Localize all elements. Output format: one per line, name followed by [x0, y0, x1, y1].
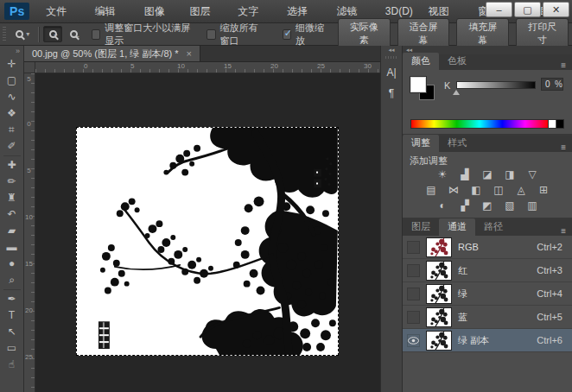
tool-eraser[interactable]: ▰	[2, 223, 22, 239]
color-balance-icon[interactable]: ⋈	[445, 183, 462, 197]
zoom-all-windows-checkbox-group[interactable]: 缩放所有窗口	[207, 22, 266, 47]
hue-saturation-icon[interactable]: ▤	[423, 183, 440, 197]
zoom-all-windows-checkbox[interactable]	[207, 29, 215, 40]
panel-menu-icon[interactable]: ≡	[555, 60, 572, 70]
threshold-icon[interactable]: ◩	[479, 199, 496, 212]
tool-crop[interactable]: ⌗	[2, 122, 22, 138]
vertical-ruler[interactable]: 5 0 5 10 15 20 25	[24, 73, 35, 392]
menu-file[interactable]: 文件(F)	[38, 0, 86, 23]
panel-menu-icon[interactable]: ≡	[555, 142, 572, 152]
tool-gradient[interactable]: ▬	[2, 239, 22, 256]
photo-filter-icon[interactable]: ◫	[490, 183, 507, 197]
tool-lasso[interactable]: ∿	[2, 89, 22, 105]
visibility-toggle[interactable]	[407, 288, 420, 300]
channel-thumbnail[interactable]	[426, 237, 452, 257]
channel-shortcut: Ctrl+2	[537, 242, 562, 252]
menu-edit[interactable]: 编辑(E)	[87, 0, 137, 23]
gradient-map-icon[interactable]: ▧	[501, 199, 518, 212]
exposure-icon[interactable]: ◨	[501, 168, 518, 181]
character-panel-icon[interactable]: A|	[383, 64, 400, 81]
visibility-toggle[interactable]	[407, 264, 420, 277]
tool-path-selection[interactable]: ↖	[2, 324, 22, 340]
tool-dodge[interactable]: ⌕	[2, 272, 22, 288]
tab-layers[interactable]: 图层	[403, 218, 439, 236]
minimize-button[interactable]: –	[486, 2, 512, 17]
collapse-tools-icon[interactable]: »	[16, 46, 23, 56]
scrubby-zoom-checkbox-group[interactable]: ✓ 细微缩放	[283, 22, 327, 47]
tool-brush[interactable]: ✏	[2, 174, 22, 190]
channel-row-blue[interactable]: 蓝 Ctrl+5	[403, 306, 572, 329]
color-spectrum-ramp[interactable]	[410, 119, 564, 129]
tab-styles[interactable]: 样式	[439, 135, 475, 152]
horizontal-ruler[interactable]: 0 5 10 15 20 25 30	[35, 62, 380, 73]
visibility-toggle[interactable]	[407, 241, 420, 254]
channel-row-green-copy[interactable]: 绿 副本 Ctrl+6	[403, 329, 572, 352]
invert-icon[interactable]: ◐	[434, 199, 451, 212]
posterize-icon[interactable]: ▞	[456, 199, 473, 212]
close-button[interactable]: ✕	[543, 2, 569, 17]
canvas-pasteboard[interactable]	[35, 73, 380, 392]
channel-row-red[interactable]: 红 Ctrl+3	[403, 259, 572, 282]
channel-thumbnail[interactable]	[426, 261, 452, 281]
document-tab[interactable]: 00.jpg @ 50% (图层 1, 绿 副本/8) * ×	[24, 46, 200, 61]
channel-row-green[interactable]: 绿 Ctrl+4	[403, 282, 572, 306]
visibility-toggle[interactable]	[407, 311, 420, 324]
foreground-color-swatch[interactable]	[410, 77, 426, 92]
resize-windows-checkbox[interactable]	[92, 29, 100, 40]
color-lookup-icon[interactable]: ⊞	[535, 183, 552, 197]
options-grip[interactable]	[3, 27, 6, 42]
channel-row-rgb[interactable]: RGB Ctrl+2	[403, 236, 572, 259]
channel-thumbnail[interactable]	[426, 331, 452, 351]
zoom-in-button[interactable]: +	[43, 26, 62, 42]
dock-grip[interactable]	[385, 56, 397, 59]
selective-color-icon[interactable]: ▥	[524, 199, 541, 212]
panel-menu-icon[interactable]: ≡	[555, 226, 572, 236]
scrubby-zoom-checkbox[interactable]: ✓	[283, 29, 291, 40]
tab-adjustments[interactable]: 调整	[403, 135, 439, 152]
spectrum-black-swatch[interactable]	[556, 120, 563, 128]
vibrance-icon[interactable]: ▽	[524, 168, 541, 181]
black-white-icon[interactable]: ◧	[467, 183, 485, 197]
tool-clone-stamp[interactable]: ♜	[2, 190, 22, 206]
canvas-image-selection[interactable]	[76, 127, 339, 356]
tab-channels[interactable]: 通道	[439, 218, 475, 236]
paragraph-panel-icon[interactable]: ¶	[383, 85, 400, 102]
menu-layer[interactable]: 图层(L)	[181, 0, 230, 23]
channel-thumbnail[interactable]	[426, 307, 452, 327]
tool-rectangle[interactable]: ▭	[2, 340, 22, 357]
menu-image[interactable]: 图像(I)	[137, 0, 182, 23]
curves-icon[interactable]: ◪	[479, 168, 496, 181]
ruler-tick-label: 5	[24, 167, 34, 174]
spectrum-white-swatch[interactable]	[548, 120, 556, 128]
tool-pen[interactable]: ✒	[2, 291, 22, 307]
spectrum-gradient[interactable]	[411, 120, 548, 128]
tool-history-brush[interactable]: ↶	[2, 206, 22, 223]
channel-mixer-icon[interactable]: ◬	[512, 183, 530, 197]
tool-hand[interactable]: ☝	[2, 357, 22, 373]
tab-close-icon[interactable]: ×	[187, 48, 192, 59]
menu-type[interactable]: 文字(Y)	[230, 0, 279, 23]
tool-type[interactable]: T	[2, 307, 22, 324]
tool-eyedropper[interactable]: ✐	[2, 138, 22, 155]
brightness-contrast-icon[interactable]: ☀	[434, 168, 451, 181]
resize-windows-checkbox-group[interactable]: 调整窗口大小以满屏显示	[92, 22, 191, 47]
k-slider-ramp[interactable]	[456, 81, 536, 89]
expand-dock-icon[interactable]: ◂◂	[388, 46, 394, 54]
tool-quick-selection[interactable]: ❖	[2, 105, 22, 122]
tab-color[interactable]: 颜色	[403, 53, 439, 70]
tool-blur[interactable]: ●	[2, 256, 22, 272]
ruler-corner[interactable]	[24, 62, 35, 73]
maximize-button[interactable]: ▢	[514, 2, 541, 17]
tab-swatches[interactable]: 色板	[439, 53, 475, 70]
tool-move[interactable]: ✛	[2, 56, 22, 73]
channel-thumbnail[interactable]	[426, 284, 452, 304]
k-slider-marker[interactable]	[453, 90, 460, 95]
menu-select[interactable]: 选择(S)	[279, 0, 328, 23]
visibility-toggle[interactable]	[407, 334, 420, 347]
zoom-out-button[interactable]: −	[64, 26, 83, 42]
tool-rectangular-marquee[interactable]: ▢	[2, 73, 22, 89]
tool-spot-healing-brush[interactable]: ✚	[2, 157, 22, 174]
tab-paths[interactable]: 路径	[475, 218, 512, 236]
levels-icon[interactable]: ▟	[456, 168, 473, 181]
zoom-tool-preset[interactable]: ▾	[10, 30, 35, 38]
